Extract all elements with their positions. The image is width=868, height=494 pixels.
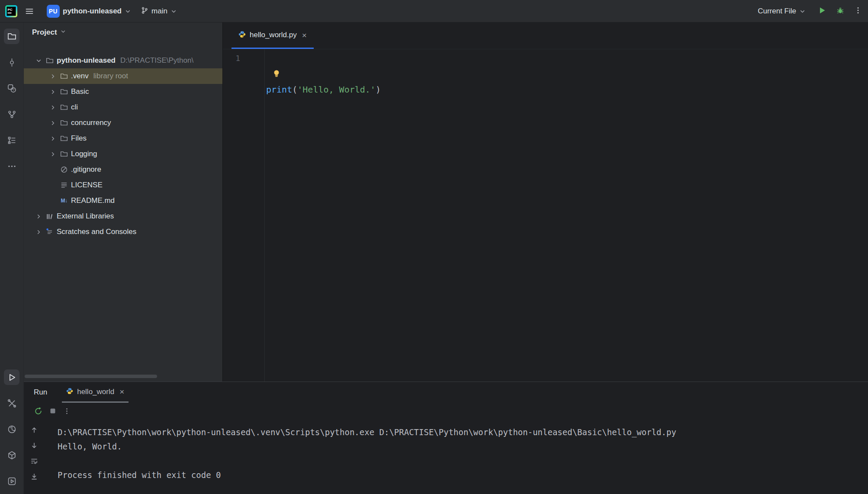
tree-item-basic[interactable]: Basic (24, 84, 222, 99)
tree-item-license[interactable]: LICENSE (24, 177, 222, 193)
python-console-icon[interactable] (4, 421, 19, 437)
project-widget[interactable]: PU python-unleased (44, 3, 134, 20)
tree-item-label: .gitignore (71, 165, 101, 174)
chevron-down-icon[interactable] (34, 58, 43, 64)
console-line: D:\PRACTISE\Python\work\python-unleased\… (58, 425, 868, 439)
chevron-right-icon[interactable] (48, 120, 57, 126)
chevron-down-icon (170, 8, 177, 15)
chevron-right-icon[interactable] (48, 89, 57, 95)
chevron-right-icon[interactable] (48, 135, 57, 142)
tree-item-concurrency[interactable]: concurrency (24, 115, 222, 131)
tree-item-readme[interactable]: M↓ README.md (24, 193, 222, 209)
folder-icon (60, 119, 68, 127)
run-button[interactable] (818, 6, 826, 16)
libraries-icon (45, 212, 54, 220)
editor-tab-label: hello_world.py (250, 31, 297, 39)
tree-item-label: python-unleased (57, 56, 116, 65)
tree-item-project-root[interactable]: python-unleased D:\PRACTISE\Python\ (24, 53, 222, 68)
tree-item-label: LICENSE (71, 181, 103, 189)
code-token-function: print (266, 84, 292, 95)
scratches-icon (45, 228, 54, 236)
more-actions-icon[interactable] (854, 6, 862, 16)
git-log-icon[interactable] (4, 106, 19, 122)
rerun-icon[interactable] (34, 407, 42, 417)
python-packages-icon[interactable] (4, 447, 19, 463)
run-tool-window-icon[interactable] (4, 369, 19, 385)
debug-button[interactable] (836, 6, 845, 16)
tree-item-hint: library root (93, 72, 128, 80)
run-tab-hello-world[interactable]: hello_world × (62, 382, 129, 403)
main-menu-icon[interactable] (25, 7, 34, 16)
python-file-icon (238, 31, 246, 40)
project-tool-window: Project python-unleased D:\PRACTISE\Pyth… (24, 22, 223, 382)
tree-item-cli[interactable]: cli (24, 99, 222, 115)
run-tool-window-title: Run (34, 382, 47, 403)
tree-item-label: README.md (71, 196, 115, 205)
git-branch-icon (141, 6, 148, 16)
chevron-down-icon (60, 29, 66, 36)
python-file-icon (66, 388, 73, 396)
chevron-right-icon[interactable] (34, 213, 43, 220)
tree-item-label: Files (71, 134, 87, 143)
markdown-file-icon: M↓ (60, 198, 68, 204)
ignored-file-icon (60, 166, 68, 173)
branch-name: main (151, 7, 167, 16)
horizontal-scrollbar[interactable] (25, 375, 157, 378)
chevron-right-icon[interactable] (34, 229, 43, 235)
title-bar: PC PU python-unleased main (0, 0, 868, 22)
tree-item-gitignore[interactable]: .gitignore (24, 162, 222, 177)
chevron-right-icon[interactable] (48, 73, 57, 80)
chevron-down-icon (799, 8, 806, 15)
scroll-to-end-icon[interactable] (30, 473, 38, 482)
commit-icon[interactable] (4, 55, 19, 70)
folder-icon (60, 150, 68, 158)
git-branch-widget[interactable]: main (138, 4, 180, 18)
more-options-icon[interactable] (63, 407, 71, 417)
stop-icon[interactable] (49, 407, 56, 416)
run-configuration-name: Current File (758, 7, 796, 16)
more-tool-windows-icon[interactable] (4, 158, 19, 174)
structure-icon[interactable] (4, 132, 19, 148)
console-output: D:\PRACTISE\Python\work\python-unleased\… (45, 421, 868, 494)
soft-wrap-icon[interactable] (30, 457, 38, 467)
folder-icon (45, 57, 54, 64)
console-line: Hello, World. (58, 439, 868, 454)
line-number: 1 (223, 51, 240, 66)
folder-icon (60, 135, 68, 142)
run-header: Run hello_world × (24, 382, 868, 403)
tree-item-venv[interactable]: .venv library root (24, 68, 222, 84)
pull-requests-icon[interactable]: ? (4, 80, 19, 96)
editor-tab-hello-world[interactable]: hello_world.py × (231, 22, 314, 49)
run-console: D:\PRACTISE\Python\work\python-unleased\… (24, 421, 868, 494)
project-badge: PU (47, 5, 60, 18)
tree-item-external-libraries[interactable]: External Libraries (24, 209, 222, 224)
chevron-right-icon[interactable] (48, 151, 57, 157)
code-line-1: print('Hello, World.') (266, 82, 868, 97)
editor-content[interactable]: 1 print('Hello, World.') (223, 49, 868, 382)
up-arrow-icon[interactable] (30, 426, 38, 436)
project-panel-title: Project (32, 28, 57, 37)
tools-icon[interactable] (4, 395, 19, 411)
project-tool-icon[interactable] (4, 29, 19, 44)
close-tab-icon[interactable]: × (119, 388, 124, 396)
folder-icon (60, 72, 68, 80)
folder-icon (60, 103, 68, 111)
tree-item-scratches[interactable]: Scratches and Consoles (24, 224, 222, 240)
down-arrow-icon[interactable] (30, 442, 38, 451)
tree-item-label: cli (71, 103, 78, 112)
tree-item-hint: D:\PRACTISE\Python\ (120, 56, 193, 65)
tree-item-label: Scratches and Consoles (57, 228, 136, 236)
tree-item-logging[interactable]: Logging (24, 146, 222, 162)
code-area[interactable]: print('Hello, World.') (265, 49, 868, 382)
code-token-paren: ) (376, 84, 381, 95)
run-tool-window: Run hello_world × (24, 382, 868, 494)
intention-bulb-icon[interactable] (272, 69, 281, 80)
console-gutter (24, 421, 45, 494)
run-configuration-selector[interactable]: Current File (755, 5, 808, 18)
services-icon[interactable] (4, 473, 19, 489)
project-panel-header[interactable]: Project (24, 22, 222, 42)
close-tab-icon[interactable]: × (302, 31, 307, 39)
activity-bar: ? (0, 22, 24, 494)
tree-item-files[interactable]: Files (24, 131, 222, 146)
chevron-right-icon[interactable] (48, 104, 57, 111)
